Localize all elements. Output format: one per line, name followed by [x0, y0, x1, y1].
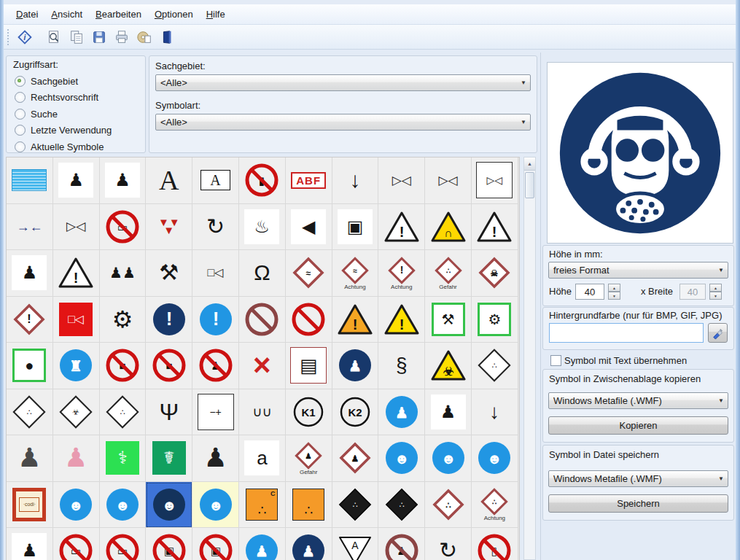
- mandatory-respirator[interactable]: ☻: [378, 435, 425, 482]
- abf-label[interactable]: ABF: [286, 158, 332, 204]
- chevron-down-icon[interactable]: ▼: [517, 119, 530, 125]
- file-format-combobox[interactable]: Windows Metafile (.WMF) ▼: [548, 470, 728, 487]
- projector-red-sign[interactable]: □◁: [53, 297, 100, 343]
- valve-boxed[interactable]: ▷◁: [472, 158, 518, 204]
- red-triangles-marker[interactable]: ▼▼ ▼: [146, 204, 192, 251]
- worker-crane-pictogram[interactable]: ♟: [100, 158, 147, 204]
- green-safety-box-gear[interactable]: ⚙: [472, 297, 518, 343]
- no-elevator-prohibition[interactable]: ▯: [472, 528, 518, 560]
- chevron-down-icon[interactable]: ▼: [714, 397, 728, 404]
- spin-up-icon[interactable]: ▲: [608, 284, 620, 292]
- valve-symbol[interactable]: ▷◁: [53, 204, 100, 251]
- ghs-health-gefahr[interactable]: ♟Gefahr: [286, 435, 332, 482]
- scrollbar-up-icon[interactable]: ▲: [524, 158, 535, 171]
- symbolart-combobox[interactable]: <Alle> ▼: [155, 114, 531, 131]
- biohazard-triangle[interactable]: ☣: [425, 343, 472, 389]
- framed-sign[interactable]: ·codi·: [7, 482, 53, 529]
- open-book-pictogram[interactable]: ∪∪: [239, 389, 286, 436]
- chevron-down-icon[interactable]: ▼: [517, 79, 530, 86]
- radio-option-rechtsvorschrift[interactable]: Rechtsvorschrift: [15, 92, 98, 104]
- valve-symbol[interactable]: ▷◁: [425, 158, 472, 204]
- gear-pictogram[interactable]: ⚙: [100, 297, 147, 343]
- loop-arrow[interactable]: ↻: [425, 528, 472, 560]
- chevron-down-icon[interactable]: ▼: [714, 475, 728, 482]
- mandatory-climb[interactable]: ♟: [286, 528, 332, 560]
- ghs-environment-achtung[interactable]: ≈Achtung: [332, 250, 379, 297]
- magnet-warning-triangle[interactable]: ∩: [425, 204, 472, 251]
- corrosive-diamond-black[interactable]: ∴: [378, 482, 425, 529]
- copy-button[interactable]: [67, 28, 86, 47]
- format-combobox[interactable]: freies Format ▼: [548, 262, 728, 279]
- prohibition-empty[interactable]: [286, 297, 332, 343]
- radio-icon[interactable]: [15, 76, 26, 87]
- valve-symbol[interactable]: ▷◁: [378, 158, 425, 204]
- worker-pictogram[interactable]: ♟: [53, 158, 100, 204]
- menu-item-hilfe[interactable]: Hilfe: [200, 7, 232, 22]
- mandatory-mask[interactable]: ☻: [192, 482, 239, 529]
- hoehe-input[interactable]: 40: [575, 284, 604, 300]
- chevron-down-icon[interactable]: ▼: [714, 267, 728, 273]
- no-seat-prohibition[interactable]: ■: [100, 343, 147, 389]
- mandatory-mask[interactable]: ☻: [100, 482, 147, 529]
- menu-item-optionen[interactable]: Optionen: [148, 7, 200, 22]
- mandatory-person[interactable]: ♟: [378, 389, 425, 436]
- projector-cone[interactable]: □◁: [192, 250, 239, 297]
- symbol-mit-text-checkbox[interactable]: [550, 355, 561, 366]
- warning-triangle-yellow[interactable]: !: [378, 297, 425, 343]
- projector-camera-pictogram[interactable]: ▣: [332, 204, 379, 251]
- kopieren-button[interactable]: Kopieren: [548, 416, 728, 435]
- color-picker-button[interactable]: [708, 323, 728, 343]
- info-button[interactable]: i: [15, 28, 34, 47]
- person-figure[interactable]: ♟: [192, 435, 239, 482]
- mandatory-mask[interactable]: ☻: [425, 435, 472, 482]
- ghs-corrosive-achtung[interactable]: ∴Achtung: [472, 482, 518, 529]
- toolbar-grip[interactable]: [7, 29, 11, 45]
- ghs-exclamation-achtung[interactable]: !Achtung: [378, 250, 425, 297]
- ghs-health[interactable]: ♟: [332, 435, 379, 482]
- scrollbar-thumb[interactable]: [525, 172, 534, 198]
- mandatory-person[interactable]: ♟: [239, 528, 286, 560]
- warning-triangle[interactable]: !: [378, 204, 425, 251]
- spin-down-icon[interactable]: ▼: [709, 292, 722, 300]
- breite-input[interactable]: 40: [679, 284, 706, 300]
- circle-arrow[interactable]: ↻: [192, 204, 239, 251]
- mandatory-read-manual[interactable]: ♟: [332, 343, 379, 389]
- mandatory-respirator-bottle[interactable]: ☻: [53, 482, 100, 529]
- menu-item-bearbeiten[interactable]: Bearbeiten: [89, 7, 148, 22]
- hazard-placard[interactable]: ∴: [7, 389, 53, 436]
- hazard-placard[interactable]: ∴: [100, 389, 147, 436]
- warning-triangle-orange[interactable]: !: [332, 297, 379, 343]
- warning-triangle-thin[interactable]: !: [472, 204, 518, 251]
- earthing-arrow[interactable]: ↓: [472, 389, 518, 436]
- radio-icon[interactable]: [15, 92, 26, 103]
- no-seat-prohibition[interactable]: ■: [146, 343, 192, 389]
- ghs-skull[interactable]: ☠: [472, 250, 518, 297]
- speichern-button[interactable]: Speichern: [548, 494, 728, 513]
- green-safety-box-tools[interactable]: ⚒: [425, 297, 472, 343]
- warning-triangle-bold[interactable]: !: [53, 250, 100, 297]
- background-color-input[interactable]: [549, 323, 704, 343]
- corrosive-placard[interactable]: ∴: [286, 482, 332, 529]
- no-screen-prohibition[interactable]: ▣: [146, 528, 192, 560]
- ghs-exclamation[interactable]: !: [7, 297, 53, 343]
- worker-sketch[interactable]: ♟: [425, 389, 472, 436]
- inverted-triangle-a[interactable]: A: [332, 528, 379, 560]
- worker-sketch[interactable]: ♟: [7, 250, 53, 297]
- grid-scrollbar[interactable]: ▲: [523, 157, 536, 560]
- blue-info-plate[interactable]: [7, 158, 53, 204]
- prohibition-empty-dark[interactable]: [239, 297, 286, 343]
- hazard-placard[interactable]: ∴: [472, 343, 518, 389]
- corrosive-placard-c[interactable]: C∴: [239, 482, 286, 529]
- preview-button[interactable]: [44, 28, 63, 47]
- radio-icon[interactable]: [15, 125, 26, 136]
- menu-item-datei[interactable]: Datei: [9, 7, 44, 22]
- radio-icon[interactable]: [15, 109, 26, 120]
- mandatory-mask[interactable]: ☻: [472, 435, 518, 482]
- no-tap-water-prohibition[interactable]: ▭: [53, 528, 100, 560]
- pipe-arrows[interactable]: →←: [7, 204, 53, 251]
- ghs-corrosive[interactable]: ∴: [425, 482, 472, 529]
- save-button[interactable]: [90, 28, 109, 47]
- no-truck-prohibition[interactable]: ▭: [100, 528, 147, 560]
- biohazard-placard[interactable]: ☣: [53, 389, 100, 436]
- breite-stepper[interactable]: ▲▼: [709, 284, 722, 300]
